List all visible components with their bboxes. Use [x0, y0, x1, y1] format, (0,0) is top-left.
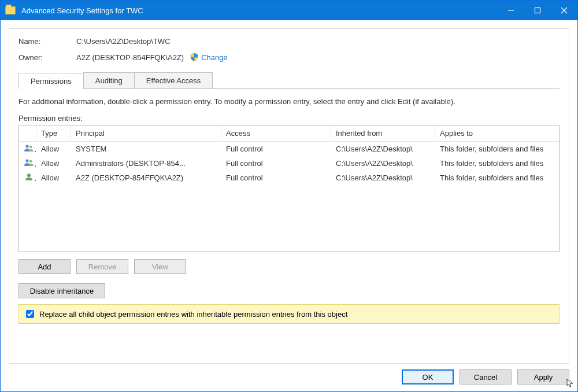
window: Advanced Security Settings for TWC Name:…: [0, 0, 578, 392]
col-icon[interactable]: [19, 125, 36, 141]
cell-principal: SYSTEM: [71, 142, 221, 156]
col-principal[interactable]: Principal: [71, 125, 221, 141]
titlebar: Advanced Security Settings for TWC: [1, 1, 577, 20]
cell-access: Full control: [221, 171, 331, 184]
col-access[interactable]: Access: [221, 125, 331, 141]
cell-type: Allow: [36, 142, 71, 156]
owner-value: A2Z (DESKTOP-854FFQK\A2Z) Change: [76, 53, 228, 62]
table-row[interactable]: Allow A2Z (DESKTOP-854FFQK\A2Z) Full con…: [19, 171, 559, 185]
table-row[interactable]: Allow Administrators (DESKTOP-854... Ful…: [19, 156, 559, 171]
group-icon: [24, 144, 34, 152]
view-button: View: [134, 259, 186, 274]
svg-point-8: [27, 173, 31, 177]
tab-auditing[interactable]: Auditing: [83, 72, 135, 88]
cancel-button[interactable]: Cancel: [460, 369, 512, 384]
content-area: Name: C:\Users\A2Z\Desktop\TWC Owner: A2…: [1, 20, 577, 391]
entries-label: Permission entries:: [18, 114, 560, 123]
tab-permissions[interactable]: Permissions: [18, 73, 84, 89]
inner-panel: Name: C:\Users\A2Z\Desktop\TWC Owner: A2…: [9, 28, 569, 364]
owner-text: A2Z (DESKTOP-854FFQK\A2Z): [76, 53, 184, 62]
svg-point-5: [29, 146, 32, 149]
cell-applies: This folder, subfolders and files: [435, 157, 559, 170]
col-applies[interactable]: Applies to: [435, 125, 559, 141]
ok-button[interactable]: OK: [402, 369, 454, 384]
cell-principal: Administrators (DESKTOP-854...: [71, 157, 221, 170]
disable-inheritance-button[interactable]: Disable inheritance: [18, 283, 105, 298]
svg-rect-1: [535, 8, 540, 13]
svg-point-6: [25, 159, 28, 162]
entry-buttons: Add Remove View: [18, 259, 560, 274]
user-icon: [24, 173, 34, 181]
maximize-button[interactable]: [524, 1, 551, 20]
name-label: Name:: [18, 37, 76, 46]
group-icon: [24, 158, 34, 167]
apply-button[interactable]: Apply: [517, 369, 569, 384]
cell-inherited: C:\Users\A2Z\Desktop\: [331, 157, 435, 170]
table-row[interactable]: Allow SYSTEM Full control C:\Users\A2Z\D…: [19, 142, 559, 156]
tabs: Permissions Auditing Effective Access: [18, 72, 560, 89]
close-button[interactable]: [551, 1, 577, 20]
window-title: Advanced Security Settings for TWC: [21, 6, 143, 15]
cell-type: Allow: [36, 157, 71, 170]
svg-point-4: [25, 145, 28, 147]
replace-child-checkbox[interactable]: [26, 310, 34, 318]
cell-applies: This folder, subfolders and files: [435, 142, 559, 156]
replace-child-label: Replace all child object permission entr…: [39, 310, 347, 319]
instruction-text: For additional information, double-click…: [18, 97, 560, 106]
cell-principal: A2Z (DESKTOP-854FFQK\A2Z): [71, 171, 221, 184]
remove-button: Remove: [76, 259, 128, 274]
cell-type: Allow: [36, 171, 71, 184]
col-type[interactable]: Type: [36, 125, 71, 141]
cell-applies: This folder, subfolders and files: [435, 171, 559, 184]
folder-icon: [5, 6, 16, 14]
cell-access: Full control: [221, 142, 331, 156]
minimize-button[interactable]: [498, 1, 524, 20]
replace-child-row: Replace all child object permission entr…: [18, 304, 560, 324]
col-inherited[interactable]: Inherited from: [331, 125, 435, 141]
cell-access: Full control: [221, 157, 331, 170]
owner-label: Owner:: [18, 53, 76, 62]
add-button[interactable]: Add: [18, 259, 71, 274]
shield-icon: [190, 53, 199, 62]
dialog-footer: OK Cancel Apply: [9, 364, 569, 384]
cell-inherited: C:\Users\A2Z\Desktop\: [331, 142, 435, 156]
owner-row: Owner: A2Z (DESKTOP-854FFQK\A2Z) Change: [18, 53, 560, 62]
name-row: Name: C:\Users\A2Z\Desktop\TWC: [18, 37, 560, 46]
tab-body: For additional information, double-click…: [18, 89, 560, 356]
change-owner-link[interactable]: Change: [201, 53, 228, 62]
svg-point-7: [29, 160, 32, 163]
grid-header: Type Principal Access Inherited from App…: [19, 125, 559, 142]
disable-inheritance-row: Disable inheritance: [18, 283, 560, 298]
tab-effective-access[interactable]: Effective Access: [134, 72, 213, 88]
name-value: C:\Users\A2Z\Desktop\TWC: [76, 37, 171, 46]
permission-grid: Type Principal Access Inherited from App…: [18, 125, 560, 252]
cell-inherited: C:\Users\A2Z\Desktop\: [331, 171, 435, 184]
